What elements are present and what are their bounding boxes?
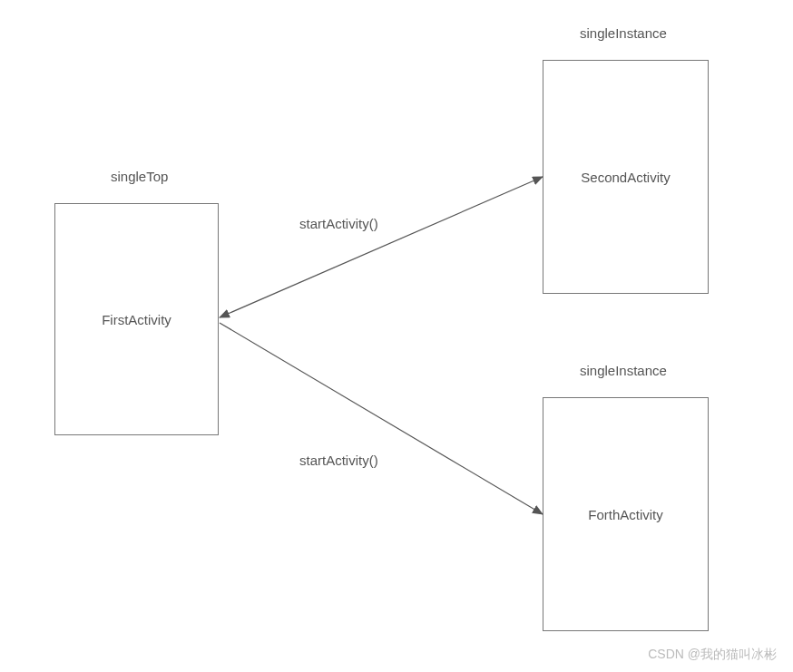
arrow-to-second-label: startActivity()	[299, 216, 378, 231]
watermark: CSDN @我的猫叫冰彬	[648, 647, 777, 663]
first-activity-box: FirstActivity	[54, 203, 219, 435]
first-activity-label: FirstActivity	[102, 312, 171, 327]
arrow-first-forth	[220, 323, 543, 514]
second-activity-title: singleInstance	[580, 25, 667, 41]
second-activity-box: SecondActivity	[543, 60, 709, 294]
forth-activity-box: ForthActivity	[543, 397, 709, 631]
first-activity-title: singleTop	[111, 169, 168, 184]
arrow-to-forth-label: startActivity()	[299, 453, 378, 468]
second-activity-label: SecondActivity	[581, 170, 670, 185]
forth-activity-title: singleInstance	[580, 363, 667, 378]
forth-activity-label: ForthActivity	[588, 507, 663, 522]
arrow-first-second	[220, 177, 543, 317]
